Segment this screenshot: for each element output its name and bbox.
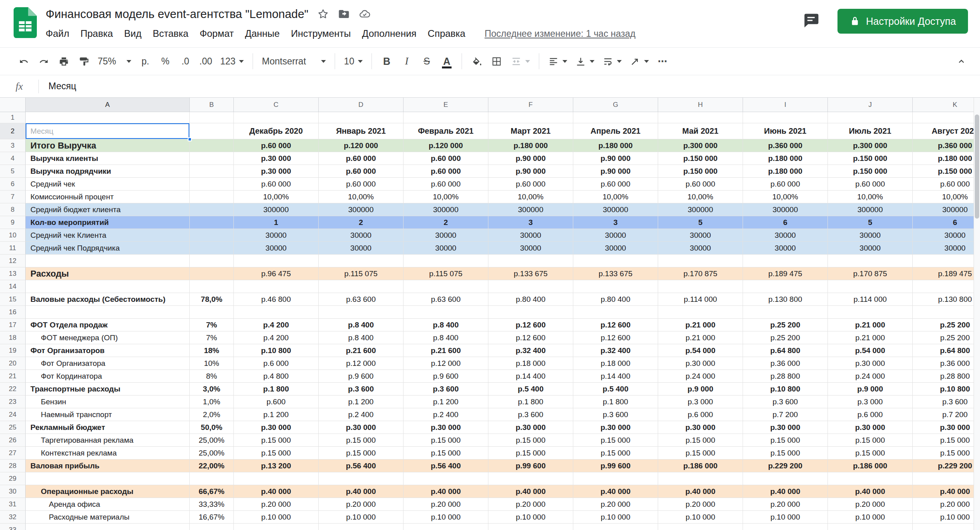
cell-J2[interactable]: Июль 2021	[828, 123, 913, 139]
cell-K6[interactable]: р.60 000	[913, 178, 980, 191]
cell-K22[interactable]: р.10 800	[913, 383, 980, 395]
cell-E24[interactable]: р.2 400	[404, 408, 488, 421]
cell-J30[interactable]: р.40 000	[828, 485, 913, 498]
cell-C28[interactable]: р.13 200	[234, 460, 319, 472]
cell-K27[interactable]: р.15 000	[913, 447, 980, 460]
cell-B3[interactable]	[190, 139, 234, 152]
column-header-D[interactable]: D	[319, 98, 404, 112]
cell-G22[interactable]: р.5 400	[573, 383, 658, 395]
cell-J11[interactable]: 30000	[828, 242, 913, 255]
cell-D27[interactable]: р.15 000	[319, 447, 404, 460]
vertical-align-button[interactable]	[571, 51, 598, 71]
cell-B6[interactable]	[190, 178, 234, 191]
cell-K17[interactable]: р.25 200	[913, 319, 980, 331]
cell-G33[interactable]	[573, 524, 658, 530]
cell-I15[interactable]: р.130 800	[743, 293, 828, 306]
cell-I32[interactable]: р.10 000	[743, 511, 828, 524]
cell-A30[interactable]: Операционные расходы	[26, 485, 190, 498]
cell-A10[interactable]: Средний чек Клиента	[26, 229, 190, 242]
row-header-1[interactable]: 1	[0, 112, 26, 123]
cell-I6[interactable]: р.60 000	[743, 178, 828, 191]
cell-C19[interactable]: р.10 800	[234, 344, 319, 357]
text-color-button[interactable]: A	[437, 51, 457, 71]
cell-J32[interactable]: р.10 000	[828, 511, 913, 524]
cell-G12[interactable]	[573, 255, 658, 267]
cell-J23[interactable]: р.3 000	[828, 395, 913, 408]
cell-F23[interactable]: р.1 800	[488, 395, 573, 408]
cell-A19[interactable]: Фот Организаторов	[26, 344, 190, 357]
cell-D13[interactable]: р.115 075	[319, 267, 404, 280]
cell-G5[interactable]: р.90 000	[573, 165, 658, 178]
select-all-corner[interactable]	[0, 98, 26, 112]
cell-K18[interactable]: р.25 200	[913, 331, 980, 344]
cell-A17[interactable]: ФОТ Отдела продаж	[26, 319, 190, 331]
cell-F8[interactable]: 300000	[488, 203, 573, 216]
cell-D16[interactable]	[319, 306, 404, 319]
cell-C32[interactable]: р.10 000	[234, 511, 319, 524]
cell-A31[interactable]: Аренда офиса	[26, 498, 190, 511]
cell-G30[interactable]: р.40 000	[573, 485, 658, 498]
cell-C22[interactable]: р.1 800	[234, 383, 319, 395]
cell-D24[interactable]: р.2 400	[319, 408, 404, 421]
menu-format[interactable]: Формат	[194, 25, 239, 42]
cell-F17[interactable]: р.12 600	[488, 319, 573, 331]
cell-C30[interactable]: р.40 000	[234, 485, 319, 498]
last-edit-link[interactable]: Последнее изменение: 1 час назад	[484, 28, 635, 39]
cell-C13[interactable]: р.96 475	[234, 267, 319, 280]
cell-G8[interactable]: 300000	[573, 203, 658, 216]
cell-G20[interactable]: р.18 000	[573, 357, 658, 370]
cell-K21[interactable]: р.28 800	[913, 370, 980, 383]
cell-C31[interactable]: р.20 000	[234, 498, 319, 511]
cell-D31[interactable]: р.20 000	[319, 498, 404, 511]
cell-E28[interactable]: р.56 400	[404, 460, 488, 472]
cell-A14[interactable]	[26, 280, 190, 293]
column-header-A[interactable]: A	[26, 98, 190, 112]
cell-A11[interactable]: Средний чек Подрядчика	[26, 242, 190, 255]
cell-A18[interactable]: ФОТ менеджера (ОП)	[26, 331, 190, 344]
cell-J12[interactable]	[828, 255, 913, 267]
cell-C18[interactable]: р.4 200	[234, 331, 319, 344]
cell-K12[interactable]	[913, 255, 980, 267]
fill-color-button[interactable]	[467, 51, 487, 71]
cell-J25[interactable]: р.30 000	[828, 421, 913, 434]
row-header-16[interactable]: 16	[0, 306, 26, 319]
column-header-G[interactable]: G	[573, 98, 658, 112]
cell-K33[interactable]	[913, 524, 980, 530]
cell-H11[interactable]: 30000	[658, 242, 743, 255]
cell-I24[interactable]: р.7 200	[743, 408, 828, 421]
cell-E31[interactable]: р.20 000	[404, 498, 488, 511]
cell-D18[interactable]: р.8 400	[319, 331, 404, 344]
cell-I22[interactable]: р.10 800	[743, 383, 828, 395]
cell-B24[interactable]: 2,0%	[190, 408, 234, 421]
cell-B2[interactable]	[190, 123, 234, 139]
cell-H6[interactable]: р.60 000	[658, 178, 743, 191]
cell-J8[interactable]: 300000	[828, 203, 913, 216]
paint-format-button[interactable]	[74, 51, 94, 71]
cell-H32[interactable]: р.10 000	[658, 511, 743, 524]
cell-I33[interactable]	[743, 524, 828, 530]
cell-E20[interactable]: р.12 000	[404, 357, 488, 370]
document-title[interactable]: Финансовая модель event-агентства "Lemon…	[46, 8, 308, 21]
undo-button[interactable]	[14, 51, 34, 71]
column-header-K[interactable]: K	[913, 98, 980, 112]
cell-D6[interactable]: р.60 000	[319, 178, 404, 191]
cell-I19[interactable]: р.64 800	[743, 344, 828, 357]
cell-C10[interactable]: 30000	[234, 229, 319, 242]
cell-G7[interactable]: 10,00%	[573, 191, 658, 203]
row-header-18[interactable]: 18	[0, 331, 26, 344]
cell-E21[interactable]: р.9 600	[404, 370, 488, 383]
cell-I10[interactable]: 30000	[743, 229, 828, 242]
cell-G1[interactable]	[573, 112, 658, 123]
sheets-logo-icon[interactable]	[14, 7, 37, 38]
cell-A6[interactable]: Средний чек	[26, 178, 190, 191]
cell-D1[interactable]	[319, 112, 404, 123]
cell-J14[interactable]	[828, 280, 913, 293]
cell-K25[interactable]: р.30 000	[913, 421, 980, 434]
cell-B7[interactable]	[190, 191, 234, 203]
cell-G23[interactable]: р.1 800	[573, 395, 658, 408]
cell-I27[interactable]: р.15 000	[743, 447, 828, 460]
cell-H31[interactable]: р.20 000	[658, 498, 743, 511]
cell-I23[interactable]: р.3 600	[743, 395, 828, 408]
cell-I31[interactable]: р.20 000	[743, 498, 828, 511]
cell-K23[interactable]: р.3 600	[913, 395, 980, 408]
